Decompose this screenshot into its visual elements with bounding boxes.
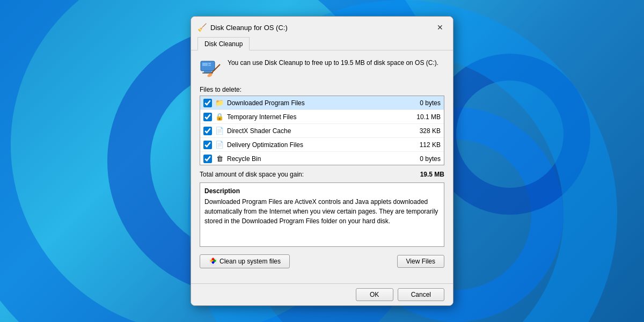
file-checkbox[interactable]	[203, 141, 212, 149]
file-size: 112 KB	[408, 141, 441, 149]
file-row[interactable]: 📁Downloaded Program Files0 bytes	[200, 96, 444, 110]
close-button[interactable]: ✕	[434, 21, 447, 34]
file-type-icon: 📄	[215, 127, 224, 135]
dialog-footer: OK Cancel	[191, 283, 453, 305]
clean-up-system-files-button[interactable]: Clean up system files	[200, 254, 290, 268]
disk-cleanup-icon: 🧹	[197, 23, 206, 32]
file-row[interactable]: 📄Delivery Optimization Files112 KB	[200, 138, 444, 152]
intro-text: You can use Disk Cleanup to free up to 1…	[228, 58, 438, 68]
title-bar-left: 🧹 Disk Cleanup for OS (C:)	[197, 23, 288, 32]
view-files-label: View Files	[406, 258, 435, 265]
svg-rect-5	[202, 63, 208, 66]
file-type-icon: 🔒	[215, 113, 224, 121]
file-size: 0 bytes	[408, 99, 441, 107]
file-name: Delivery Optimization Files	[227, 141, 408, 149]
svg-rect-1	[204, 71, 211, 72]
action-buttons: Clean up system files View Files	[200, 254, 444, 268]
clean-up-button-label: Clean up system files	[219, 258, 281, 265]
file-type-icon: 🗑	[215, 155, 224, 163]
svg-rect-6	[208, 63, 211, 64]
title-bar: 🧹 Disk Cleanup for OS (C:) ✕	[191, 17, 453, 37]
file-checkbox[interactable]	[203, 113, 212, 121]
files-list[interactable]: 📁Downloaded Program Files0 bytes🔒Tempora…	[200, 96, 444, 165]
description-box: Description Downloaded Program Files are…	[200, 182, 444, 247]
file-checkbox[interactable]	[203, 155, 212, 163]
total-label: Total amount of disk space you gain:	[200, 171, 304, 178]
file-size: 0 bytes	[408, 155, 441, 163]
cancel-button[interactable]: Cancel	[398, 288, 444, 301]
svg-rect-7	[208, 65, 211, 66]
total-row: Total amount of disk space you gain: 19.…	[200, 171, 444, 178]
file-checkbox[interactable]	[203, 127, 212, 135]
file-row[interactable]: 📄DirectX Shader Cache328 KB	[200, 124, 444, 138]
tabs-bar: Disk Cleanup	[191, 37, 453, 50]
dialog-title: Disk Cleanup for OS (C:)	[210, 24, 288, 32]
description-text: Downloaded Program Files are ActiveX con…	[204, 197, 440, 226]
file-name: Temporary Internet Files	[227, 113, 408, 121]
description-title: Description	[204, 187, 440, 195]
file-size: 10.1 MB	[408, 113, 441, 121]
view-files-button[interactable]: View Files	[397, 255, 444, 268]
file-checkbox[interactable]	[203, 99, 212, 107]
file-type-icon: 📄	[215, 141, 224, 149]
dialog-body: You can use Disk Cleanup to free up to 1…	[191, 50, 453, 283]
file-row[interactable]: 🔒Temporary Internet Files10.1 MB	[200, 110, 444, 124]
disk-icon-image	[200, 58, 221, 79]
file-name: DirectX Shader Cache	[227, 127, 408, 135]
intro-section: You can use Disk Cleanup to free up to 1…	[200, 58, 444, 79]
ok-button[interactable]: OK	[356, 288, 393, 301]
disk-cleanup-dialog: 🧹 Disk Cleanup for OS (C:) ✕ Disk Cleanu…	[191, 16, 453, 306]
tab-disk-cleanup[interactable]: Disk Cleanup	[197, 37, 250, 50]
files-to-delete-label: Files to delete:	[200, 86, 444, 93]
file-name: Recycle Bin	[227, 155, 408, 163]
file-row[interactable]: 🗑Recycle Bin0 bytes	[200, 152, 444, 165]
file-size: 328 KB	[408, 127, 441, 135]
swirl3	[429, 54, 590, 215]
disk-icon-svg	[200, 58, 221, 79]
shield-icon	[209, 257, 217, 266]
file-name: Downloaded Program Files	[227, 99, 408, 107]
file-type-icon: 📁	[215, 99, 224, 107]
total-value: 19.5 MB	[420, 171, 444, 178]
